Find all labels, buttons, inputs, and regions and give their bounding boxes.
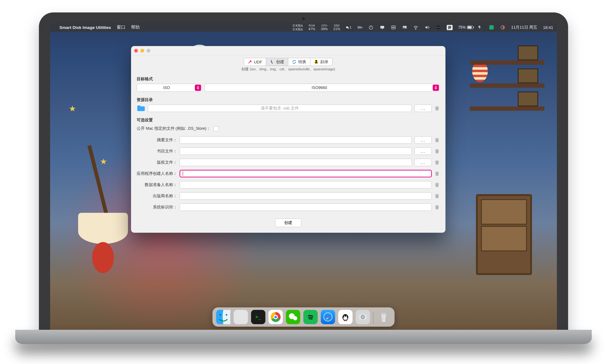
menu-bar: Smart Disk Image Utilities 窗口 帮助 0 KB/s0…	[50, 23, 557, 32]
source-path-input[interactable]: 请不要包含 .vob 文件	[148, 105, 412, 112]
folder-icon[interactable]	[137, 105, 145, 112]
siri-icon[interactable]	[435, 25, 441, 30]
trash-icon[interactable]	[434, 160, 440, 165]
abstract-label: 摘要文件：	[137, 138, 177, 143]
status-dot-2[interactable]	[500, 25, 506, 30]
ime-indicator[interactable]: 拼	[447, 25, 453, 30]
data-preparer-input[interactable]	[180, 181, 432, 189]
svg-point-29	[344, 316, 345, 317]
app-menu[interactable]: Smart Disk Image Utilities	[59, 25, 111, 30]
ssd-stat[interactable]: SSD21%	[333, 24, 340, 31]
biblio-input[interactable]	[180, 147, 412, 155]
app-creator-input[interactable]	[180, 170, 432, 177]
svg-point-9	[404, 26, 405, 27]
zoom-button[interactable]	[147, 49, 150, 53]
trash-icon[interactable]	[434, 171, 440, 176]
abstract-input[interactable]	[180, 136, 412, 144]
dock-disk-utility[interactable]	[356, 310, 370, 324]
data-preparer-label: 数据准备人名称：	[137, 182, 177, 188]
svg-point-26	[324, 313, 332, 321]
wrench-icon	[248, 60, 252, 64]
copyright-label: 版权文件：	[137, 160, 177, 165]
dock-wechat[interactable]	[286, 310, 300, 324]
trash-icon[interactable]	[434, 137, 440, 143]
menu-time[interactable]: 18:41	[543, 25, 553, 30]
tab-convert[interactable]: 转换	[288, 58, 310, 66]
svg-rect-13	[468, 26, 472, 29]
wifi-icon[interactable]	[413, 25, 419, 30]
copyright-browse-button[interactable]: ...	[414, 159, 432, 166]
ram-stat[interactable]: RAM47%	[308, 24, 315, 31]
svg-point-31	[344, 314, 347, 316]
minimize-button[interactable]	[140, 49, 144, 53]
section-format-label: 目标格式	[137, 74, 440, 84]
section-source-label: 资源目录	[137, 95, 440, 105]
bell-status-icon[interactable]: 99+	[357, 25, 363, 30]
sysid-input[interactable]	[180, 203, 432, 211]
trash-icon[interactable]	[434, 204, 440, 210]
svg-point-34	[362, 316, 364, 318]
trash-icon[interactable]	[434, 182, 440, 188]
screen-bezel: Smart Disk Image Utilities 窗口 帮助 0 KB/s0…	[39, 12, 568, 331]
status-dot-1[interactable]	[489, 25, 494, 30]
menu-window[interactable]: 窗口	[117, 25, 125, 30]
svg-point-10	[416, 29, 416, 29]
svg-point-1	[347, 27, 349, 28]
dock-trash[interactable]	[377, 310, 391, 324]
source-browse-button[interactable]: ...	[414, 105, 432, 112]
app-window: UDF 创建 转换 刻录 创建 (iso、dmg、img、cd	[131, 46, 445, 233]
format-select[interactable]: ISO	[137, 84, 202, 92]
copyright-input[interactable]	[180, 159, 412, 166]
cpu-stat[interactable]: CPU39%	[321, 24, 328, 31]
titlebar[interactable]	[131, 46, 445, 55]
dock-launchpad[interactable]	[234, 310, 248, 324]
tab-subtitle: 创建 (iso、dmg、img、cdr、sparsebundle、sparsei…	[131, 66, 445, 74]
svg-rect-35	[381, 313, 387, 314]
radiation-icon	[314, 60, 318, 64]
dock-qq[interactable]	[338, 310, 353, 324]
svg-point-21	[226, 314, 227, 316]
menu-date[interactable]: 11月11日 周五	[511, 25, 538, 30]
wallpaper-shelves	[470, 60, 544, 111]
power-icon[interactable]	[368, 25, 374, 30]
dock-chrome[interactable]	[269, 310, 283, 324]
dock-spotify[interactable]	[304, 310, 318, 324]
trash-icon[interactable]	[434, 193, 440, 199]
publisher-input[interactable]	[180, 192, 432, 200]
mac-files-label: 公开 Mac 指定的文件 (例如: .DS_Store)：	[137, 126, 210, 131]
dock-terminal[interactable]: >_	[251, 310, 266, 324]
net-stat[interactable]: 0 KB/s0 KB/s	[293, 24, 303, 31]
svg-point-28	[343, 317, 347, 320]
tab-udf[interactable]: UDF	[244, 58, 266, 66]
filesystem-select[interactable]: ISO9660	[205, 84, 440, 92]
abstract-browse-button[interactable]: ...	[414, 136, 432, 144]
toolbar-tabs: UDF 创建 转换 刻录	[131, 55, 445, 66]
svg-rect-3	[380, 26, 384, 28]
svg-point-6	[393, 27, 393, 28]
volume-icon[interactable]	[424, 25, 430, 30]
control-icon[interactable]	[391, 25, 396, 30]
wallpaper-lamp	[78, 213, 128, 275]
svg-rect-14	[473, 26, 474, 28]
mac-files-checkbox[interactable]	[214, 126, 219, 131]
dock-separator	[373, 312, 374, 324]
svg-point-18	[316, 62, 317, 63]
menu-help[interactable]: 帮助	[131, 25, 140, 30]
display-icon[interactable]	[379, 25, 385, 30]
stepper-icon	[195, 85, 201, 91]
create-button[interactable]: 创建	[275, 218, 301, 227]
dock-finder[interactable]	[216, 310, 231, 324]
biblio-label: 书目文件：	[137, 149, 177, 154]
battery-indicator[interactable]: 75%	[458, 25, 483, 30]
photo-icon[interactable]	[402, 25, 407, 30]
trash-icon[interactable]	[434, 148, 440, 154]
wechat-status-icon[interactable]: 1	[346, 25, 351, 30]
dock-safari[interactable]	[321, 310, 335, 324]
biblio-browse-button[interactable]: ...	[414, 147, 432, 155]
close-button[interactable]	[134, 49, 138, 53]
wallpaper-cabinet	[476, 194, 532, 275]
tab-burn[interactable]: 刻录	[310, 58, 332, 66]
camera-dot	[302, 17, 305, 20]
tab-create[interactable]: 创建	[266, 58, 288, 66]
trash-icon[interactable]	[434, 105, 440, 111]
